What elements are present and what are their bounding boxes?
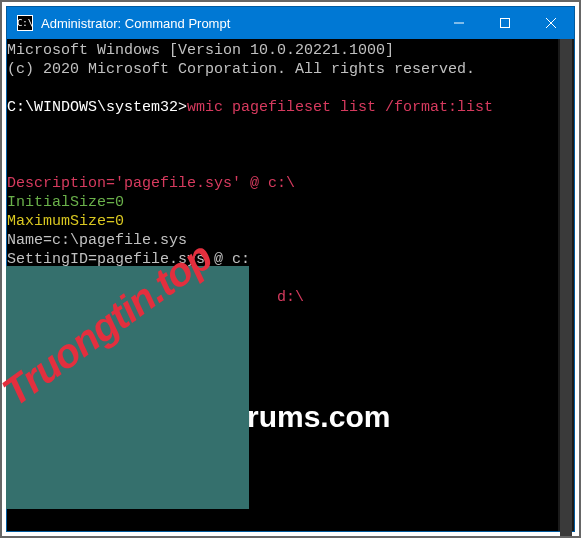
output-maximumsize: MaximumSize=0 — [7, 213, 124, 230]
vertical-scrollbar[interactable] — [558, 39, 574, 531]
scrollbar-thumb[interactable] — [560, 39, 572, 538]
output-initialsize: InitialSize=0 — [7, 194, 124, 211]
prompt-prefix: C:\WINDOWS\system32> — [7, 99, 187, 116]
window-title: Administrator: Command Prompt — [41, 16, 436, 31]
header-line-1: Microsoft Windows [Version 10.0.20221.10… — [7, 42, 394, 59]
close-button[interactable] — [528, 7, 574, 39]
cmd-icon: C:\ — [17, 15, 33, 31]
output-partial-d: d:\ — [268, 289, 304, 306]
window-titlebar[interactable]: C:\ Administrator: Command Prompt — [7, 7, 574, 39]
output-name: Name=c:\pagefile.sys — [7, 232, 187, 249]
minimize-button[interactable] — [436, 7, 482, 39]
maximize-button[interactable] — [482, 7, 528, 39]
header-line-2: (c) 2020 Microsoft Corporation. All righ… — [7, 61, 475, 78]
window-controls — [436, 7, 574, 39]
close-icon — [546, 18, 556, 28]
screenshot-frame: C:\ Administrator: Command Prompt Micros… — [0, 0, 581, 538]
watermark-overlay-box — [6, 266, 249, 509]
output-description: Description='pagefile.sys' @ c:\ — [7, 175, 295, 192]
maximize-icon — [500, 18, 510, 28]
svg-rect-1 — [501, 19, 510, 28]
command-text: wmic pagefileset list /format:list — [187, 99, 493, 116]
minimize-icon — [454, 18, 464, 28]
